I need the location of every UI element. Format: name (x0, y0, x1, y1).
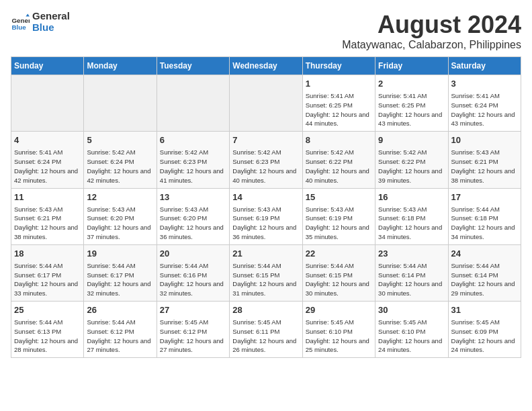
day-cell: 1Sunrise: 5:41 AMSunset: 6:25 PMDaylight… (302, 75, 375, 132)
day-detail: Sunrise: 5:44 AMSunset: 6:12 PMDaylight:… (87, 318, 153, 355)
day-number: 14 (232, 191, 299, 203)
day-cell: 30Sunrise: 5:45 AMSunset: 6:10 PMDayligh… (375, 302, 448, 358)
day-cell: 2Sunrise: 5:41 AMSunset: 6:25 PMDaylight… (375, 75, 448, 132)
location: Mataywanac, Calabarzon, Philippines (342, 39, 521, 51)
day-cell: 16Sunrise: 5:43 AMSunset: 6:18 PMDayligh… (375, 188, 448, 244)
day-cell: 5Sunrise: 5:42 AMSunset: 6:24 PMDaylight… (84, 132, 157, 188)
day-number: 13 (160, 191, 226, 203)
logo: General Blue General Blue (11, 11, 70, 33)
svg-text:Blue: Blue (11, 24, 26, 31)
logo-blue: Blue (32, 22, 70, 34)
day-cell: 4Sunrise: 5:41 AMSunset: 6:24 PMDaylight… (11, 132, 84, 188)
logo-general: General (32, 11, 70, 22)
day-number: 23 (378, 248, 445, 260)
day-detail: Sunrise: 5:44 AMSunset: 6:18 PMDaylight:… (451, 205, 518, 242)
day-cell: 19Sunrise: 5:44 AMSunset: 6:17 PMDayligh… (84, 244, 157, 301)
day-number: 10 (451, 134, 518, 146)
day-detail: Sunrise: 5:44 AMSunset: 6:15 PMDaylight:… (306, 261, 372, 298)
day-cell: 26Sunrise: 5:44 AMSunset: 6:12 PMDayligh… (84, 302, 157, 358)
day-number: 29 (306, 304, 372, 316)
day-cell: 17Sunrise: 5:44 AMSunset: 6:18 PMDayligh… (448, 188, 521, 244)
day-detail: Sunrise: 5:43 AMSunset: 6:21 PMDaylight:… (451, 148, 518, 185)
day-cell: 13Sunrise: 5:43 AMSunset: 6:20 PMDayligh… (157, 188, 229, 244)
day-detail: Sunrise: 5:41 AMSunset: 6:25 PMDaylight:… (306, 91, 372, 128)
day-number: 18 (14, 248, 81, 260)
month-year: August 2024 (342, 11, 521, 39)
day-cell: 10Sunrise: 5:43 AMSunset: 6:21 PMDayligh… (448, 132, 521, 188)
day-cell: 11Sunrise: 5:43 AMSunset: 6:21 PMDayligh… (11, 188, 84, 244)
day-cell: 21Sunrise: 5:44 AMSunset: 6:15 PMDayligh… (230, 244, 302, 301)
day-number: 1 (306, 78, 372, 90)
day-number: 21 (232, 248, 299, 260)
column-header-sunday: Sunday (11, 57, 84, 75)
column-header-saturday: Saturday (448, 57, 521, 75)
day-cell: 8Sunrise: 5:42 AMSunset: 6:22 PMDaylight… (302, 132, 375, 188)
day-number: 28 (232, 304, 299, 316)
day-detail: Sunrise: 5:44 AMSunset: 6:14 PMDaylight:… (451, 261, 518, 298)
day-number: 3 (451, 78, 518, 90)
column-header-wednesday: Wednesday (230, 57, 302, 75)
calendar-body: 1Sunrise: 5:41 AMSunset: 6:25 PMDaylight… (11, 75, 521, 358)
day-number: 7 (232, 134, 299, 146)
day-number: 24 (451, 248, 518, 260)
column-header-tuesday: Tuesday (157, 57, 229, 75)
day-detail: Sunrise: 5:42 AMSunset: 6:23 PMDaylight:… (232, 148, 299, 185)
day-cell: 25Sunrise: 5:44 AMSunset: 6:13 PMDayligh… (11, 302, 84, 358)
day-cell: 18Sunrise: 5:44 AMSunset: 6:17 PMDayligh… (11, 244, 84, 301)
day-detail: Sunrise: 5:44 AMSunset: 6:17 PMDaylight:… (14, 261, 81, 298)
header: General Blue General Blue August 2024 Ma… (11, 11, 521, 51)
day-cell: 27Sunrise: 5:45 AMSunset: 6:12 PMDayligh… (157, 302, 229, 358)
day-detail: Sunrise: 5:45 AMSunset: 6:10 PMDaylight:… (306, 318, 372, 355)
header-row: SundayMondayTuesdayWednesdayThursdayFrid… (11, 57, 521, 75)
column-header-monday: Monday (84, 57, 157, 75)
week-row-5: 25Sunrise: 5:44 AMSunset: 6:13 PMDayligh… (11, 302, 521, 358)
day-number: 5 (87, 134, 153, 146)
day-detail: Sunrise: 5:42 AMSunset: 6:22 PMDaylight:… (306, 148, 372, 185)
column-header-friday: Friday (375, 57, 448, 75)
day-cell: 9Sunrise: 5:42 AMSunset: 6:22 PMDaylight… (375, 132, 448, 188)
day-number: 8 (306, 134, 372, 146)
day-detail: Sunrise: 5:42 AMSunset: 6:24 PMDaylight:… (87, 148, 153, 185)
day-detail: Sunrise: 5:43 AMSunset: 6:20 PMDaylight:… (87, 205, 153, 242)
day-detail: Sunrise: 5:43 AMSunset: 6:20 PMDaylight:… (160, 205, 226, 242)
day-number: 15 (306, 191, 372, 203)
day-detail: Sunrise: 5:42 AMSunset: 6:23 PMDaylight:… (160, 148, 226, 185)
title-area: August 2024 Mataywanac, Calabarzon, Phil… (342, 11, 521, 51)
day-cell (11, 75, 84, 132)
week-row-1: 1Sunrise: 5:41 AMSunset: 6:25 PMDaylight… (11, 75, 521, 132)
day-detail: Sunrise: 5:41 AMSunset: 6:24 PMDaylight:… (14, 148, 81, 185)
day-detail: Sunrise: 5:43 AMSunset: 6:19 PMDaylight:… (306, 205, 372, 242)
day-cell: 20Sunrise: 5:44 AMSunset: 6:16 PMDayligh… (157, 244, 229, 301)
day-cell: 24Sunrise: 5:44 AMSunset: 6:14 PMDayligh… (448, 244, 521, 301)
day-detail: Sunrise: 5:41 AMSunset: 6:25 PMDaylight:… (378, 91, 445, 128)
day-number: 20 (160, 248, 226, 260)
day-cell: 12Sunrise: 5:43 AMSunset: 6:20 PMDayligh… (84, 188, 157, 244)
day-number: 11 (14, 191, 81, 203)
day-number: 22 (306, 248, 372, 260)
day-detail: Sunrise: 5:44 AMSunset: 6:16 PMDaylight:… (160, 261, 226, 298)
day-cell: 31Sunrise: 5:45 AMSunset: 6:09 PMDayligh… (448, 302, 521, 358)
day-number: 6 (160, 134, 226, 146)
week-row-2: 4Sunrise: 5:41 AMSunset: 6:24 PMDaylight… (11, 132, 521, 188)
day-number: 4 (14, 134, 81, 146)
day-cell: 23Sunrise: 5:44 AMSunset: 6:14 PMDayligh… (375, 244, 448, 301)
day-detail: Sunrise: 5:44 AMSunset: 6:15 PMDaylight:… (232, 261, 299, 298)
day-cell: 7Sunrise: 5:42 AMSunset: 6:23 PMDaylight… (230, 132, 302, 188)
svg-marker-2 (26, 13, 30, 16)
week-row-4: 18Sunrise: 5:44 AMSunset: 6:17 PMDayligh… (11, 244, 521, 301)
day-detail: Sunrise: 5:42 AMSunset: 6:22 PMDaylight:… (378, 148, 445, 185)
day-detail: Sunrise: 5:45 AMSunset: 6:11 PMDaylight:… (232, 318, 299, 355)
day-number: 27 (160, 304, 226, 316)
logo-icon: General Blue (11, 13, 30, 32)
day-detail: Sunrise: 5:43 AMSunset: 6:19 PMDaylight:… (232, 205, 299, 242)
day-number: 31 (451, 304, 518, 316)
day-number: 16 (378, 191, 445, 203)
day-cell: 29Sunrise: 5:45 AMSunset: 6:10 PMDayligh… (302, 302, 375, 358)
day-number: 12 (87, 191, 153, 203)
day-cell: 28Sunrise: 5:45 AMSunset: 6:11 PMDayligh… (230, 302, 302, 358)
calendar-header: SundayMondayTuesdayWednesdayThursdayFrid… (11, 57, 521, 75)
column-header-thursday: Thursday (302, 57, 375, 75)
day-cell (157, 75, 229, 132)
day-cell: 3Sunrise: 5:41 AMSunset: 6:24 PMDaylight… (448, 75, 521, 132)
day-detail: Sunrise: 5:44 AMSunset: 6:13 PMDaylight:… (14, 318, 81, 355)
